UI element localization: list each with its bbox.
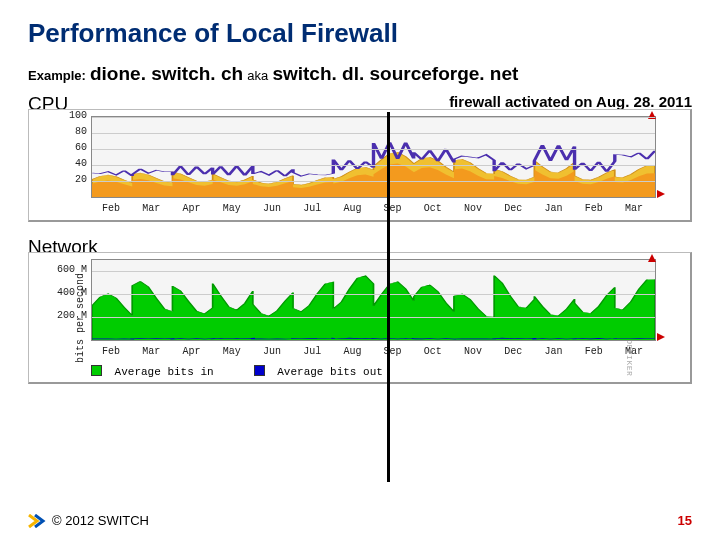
ytick: 400 M: [29, 288, 87, 298]
xtick: Jan: [544, 347, 562, 357]
network-legend: Average bits in Average bits out: [29, 363, 690, 382]
xtick: Aug: [343, 204, 361, 214]
xtick: Feb: [585, 347, 603, 357]
xtick: Jul: [303, 204, 321, 214]
ytick: 40: [29, 159, 87, 169]
page-number: 15: [678, 513, 692, 528]
xtick: Feb: [585, 204, 603, 214]
xtick: Apr: [183, 347, 201, 357]
footer-logo: © 2012 SWITCH: [28, 513, 149, 528]
network-chart: bits per second RRDTOOL / TOBI OETIKER 2…: [28, 252, 692, 384]
axis-arrow-right-icon: [657, 190, 665, 198]
legend-item-out: Average bits out: [254, 365, 383, 378]
xtick: Aug: [343, 347, 361, 357]
xtick: Mar: [142, 347, 160, 357]
xtick: Mar: [142, 204, 160, 214]
ytick: 80: [29, 127, 87, 137]
xtick: Mar: [625, 347, 643, 357]
legend-swatch-in: [91, 365, 102, 376]
xtick: Dec: [504, 347, 522, 357]
page-title: Performance of Local Firewall: [28, 18, 692, 49]
example-line: Example: dione. switch. ch aka switch. d…: [28, 63, 692, 85]
chevron-logo-icon: [28, 514, 46, 528]
cpu-chart: 20406080100FebMarAprMayJunJulAugSepOctNo…: [28, 109, 692, 222]
xtick: Jan: [544, 204, 562, 214]
xtick: May: [223, 204, 241, 214]
xtick: Nov: [464, 204, 482, 214]
axis-arrow-up-icon: [648, 254, 656, 262]
xtick: May: [223, 347, 241, 357]
xtick: Jun: [263, 204, 281, 214]
xtick: Nov: [464, 347, 482, 357]
xtick: Jun: [263, 347, 281, 357]
xtick: Oct: [424, 204, 442, 214]
legend-label-out: Average bits out: [277, 366, 383, 378]
aka-label: aka: [247, 68, 268, 83]
ytick: 20: [29, 175, 87, 185]
ytick: 200 M: [29, 311, 87, 321]
slide-footer: © 2012 SWITCH 15: [28, 513, 692, 528]
hostname: dione. switch. ch: [90, 63, 243, 84]
ytick: 600 M: [29, 265, 87, 275]
firewall-event-divider: [387, 112, 390, 482]
example-label: Example:: [28, 68, 86, 83]
legend-item-in: Average bits in: [91, 365, 214, 378]
axis-arrow-right-icon: [657, 333, 665, 341]
xtick: Feb: [102, 347, 120, 357]
legend-swatch-out: [254, 365, 265, 376]
ytick: 100: [29, 111, 87, 121]
xtick: Oct: [424, 347, 442, 357]
host-alias: switch. dl. sourceforge. net: [272, 63, 518, 84]
xtick: Feb: [102, 204, 120, 214]
ytick: 60: [29, 143, 87, 153]
xtick: Mar: [625, 204, 643, 214]
legend-label-in: Average bits in: [115, 366, 214, 378]
xtick: Jul: [303, 347, 321, 357]
firewall-note: firewall activated on Aug. 28. 2011: [449, 93, 692, 110]
xtick: Apr: [183, 204, 201, 214]
copyright-text: © 2012 SWITCH: [52, 513, 149, 528]
xtick: Dec: [504, 204, 522, 214]
